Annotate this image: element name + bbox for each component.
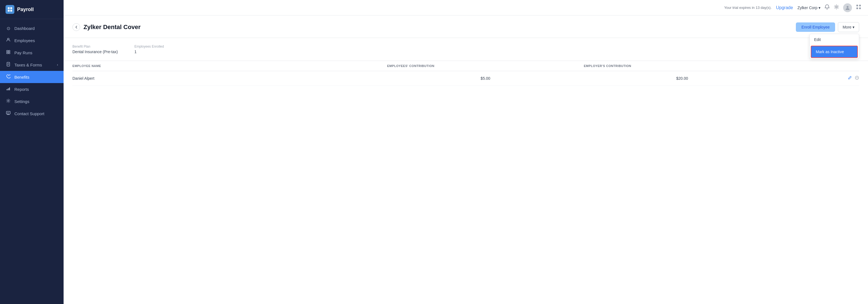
grid-icon[interactable] [856,4,861,11]
app-name: Payroll [17,7,34,12]
avatar[interactable] [843,3,852,12]
svg-rect-5 [7,50,8,52]
employees-enrolled-block: Employees Enrolled 1 [134,45,164,54]
svg-rect-15 [9,87,10,90]
er-contribution: $20.00 [584,71,781,86]
svg-rect-2 [8,10,10,11]
col-header-actions [780,61,859,71]
app-logo: Payroll [0,0,64,19]
main-content: Your trial expires in 13 day(s). Upgrade… [64,0,868,304]
enroll-employee-button[interactable]: Enroll Employee [796,22,835,32]
page-title: Zylker Dental Cover [84,24,141,31]
contact-icon [5,111,11,116]
benefit-plan-value: Dental Insurance (Pre-tax) [72,50,118,54]
sidebar: Payroll ⊙ Dashboard Employees [0,0,64,304]
topbar: Your trial expires in 13 day(s). Upgrade… [64,0,868,16]
dropdown-item-mark-inactive[interactable]: Mark as Inactive [811,46,858,58]
sidebar-item-label: Settings [14,99,29,104]
svg-rect-13 [7,89,7,90]
info-grid: Benefit Plan Dental Insurance (Pre-tax) … [72,45,859,54]
svg-rect-22 [857,7,858,9]
logo-icon [5,5,14,14]
row-actions [780,71,859,86]
pay-runs-icon [5,50,11,55]
svg-rect-8 [8,52,10,54]
sidebar-item-label: Pay Runs [14,50,32,55]
more-button[interactable]: More ▾ [838,22,859,32]
svg-rect-1 [10,7,12,9]
svg-rect-20 [857,5,858,6]
sidebar-item-taxes-forms[interactable]: Taxes & Forms › [0,59,64,71]
sidebar-item-settings[interactable]: Settings [0,95,64,107]
svg-point-16 [8,100,9,102]
svg-rect-3 [10,10,12,11]
employees-icon [5,38,11,43]
upgrade-link[interactable]: Upgrade [776,5,793,10]
emp-contribution: $5.00 [387,71,584,86]
sidebar-item-label: Employees [14,38,35,43]
header-actions: Enroll Employee More ▾ Edit Mark as Inac… [796,22,859,32]
benefit-plan-label: Benefit Plan [72,45,118,49]
page-header: Zylker Dental Cover Enroll Employee More… [64,16,868,38]
enrolled-value: 1 [134,50,164,54]
table-row: Daniel Alpert $5.00 $20.00 [72,71,859,86]
back-button[interactable] [72,23,80,31]
page-content: Zylker Dental Cover Enroll Employee More… [64,16,868,304]
chevron-icon: › [57,63,58,67]
notification-icon[interactable] [824,4,830,11]
trial-text: Your trial expires in 13 day(s). [724,5,772,10]
employees-table-section: EMPLOYEE NAME EMPLOYEES' CONTRIBUTION EM… [64,61,868,86]
col-header-emp-contribution: EMPLOYEES' CONTRIBUTION [387,61,584,71]
sidebar-item-benefits[interactable]: Benefits [0,71,64,83]
sidebar-nav: ⊙ Dashboard Employees Pay Runs [0,19,64,304]
page-title-row: Zylker Dental Cover [72,23,141,31]
taxes-icon [5,62,11,67]
svg-rect-23 [859,7,861,9]
sidebar-item-contact-support[interactable]: Contact Support [0,107,64,119]
more-dropdown: Edit Mark as Inactive [809,34,859,59]
enrolled-label: Employees Enrolled [134,45,164,49]
svg-rect-7 [7,52,8,54]
sidebar-item-label: Contact Support [14,111,44,116]
org-chevron-icon: ▾ [818,5,820,10]
sidebar-item-dashboard[interactable]: ⊙ Dashboard [0,22,64,34]
benefits-icon [5,74,11,80]
employee-name: Daniel Alpert [72,71,387,86]
remove-row-icon[interactable] [855,76,859,81]
svg-point-19 [847,6,849,8]
benefit-info-section: Benefit Plan Dental Insurance (Pre-tax) … [64,38,868,61]
dropdown-item-edit[interactable]: Edit [810,34,859,45]
svg-rect-6 [8,50,10,52]
sidebar-item-label: Dashboard [14,26,35,31]
svg-rect-21 [859,5,861,6]
sidebar-item-label: Taxes & Forms [14,62,42,67]
benefit-plan-block: Benefit Plan Dental Insurance (Pre-tax) [72,45,118,54]
sidebar-item-pay-runs[interactable]: Pay Runs [0,47,64,59]
employees-table: EMPLOYEE NAME EMPLOYEES' CONTRIBUTION EM… [72,61,859,86]
sidebar-item-reports[interactable]: Reports [0,83,64,95]
svg-point-4 [7,38,9,40]
col-header-er-contribution: EMPLOYER'S CONTRIBUTION [584,61,781,71]
settings-gear-icon[interactable] [834,4,839,11]
reports-icon [5,86,11,92]
svg-rect-17 [6,111,10,114]
topbar-icons: Zylker Corp ▾ [798,3,861,12]
svg-rect-14 [8,88,9,90]
org-name[interactable]: Zylker Corp ▾ [798,5,820,10]
svg-point-18 [836,6,837,8]
dashboard-icon: ⊙ [5,26,11,31]
sidebar-item-label: Benefits [14,75,29,80]
sidebar-item-employees[interactable]: Employees [0,34,64,47]
svg-rect-0 [8,7,10,9]
settings-icon [5,99,11,104]
col-header-name: EMPLOYEE NAME [72,61,387,71]
sidebar-item-label: Reports [14,87,29,92]
edit-row-icon[interactable] [847,76,852,81]
